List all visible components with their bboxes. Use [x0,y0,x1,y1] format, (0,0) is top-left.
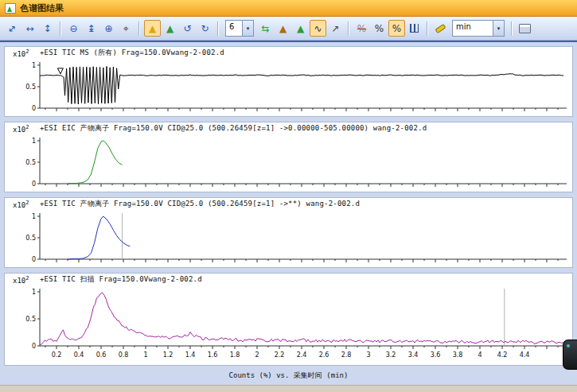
x-tick-label: 1.2 [163,351,173,359]
signal-trace-icon[interactable]: ∿ [310,20,326,37]
overlay-widget[interactable] [563,340,577,370]
chromatogram-panel-2: x102+ESI EIC 产物离子 Frag=150.0V CID@25.0 (… [4,122,573,192]
x-tick-label: 0.6 [96,351,107,359]
x-tick-label: 3.4 [408,351,419,359]
baseline-icon[interactable]: ▲ [292,20,309,37]
x-tick-label: 3.6 [431,351,441,359]
toolbar-separator [511,21,513,36]
zoom-out-icon[interactable]: ⊖ [65,20,82,37]
trace-start-marker [57,68,63,74]
y-tick-label: 1 [32,289,36,296]
x-tick-label: 2.4 [297,351,307,359]
signal-bars-icon[interactable] [406,20,423,37]
show-eic-icon[interactable]: ▲ [162,20,178,37]
x-tick-label: 2.8 [341,351,352,359]
bottom-strip [0,385,577,392]
y-tick-label: 0.5 [25,159,36,166]
chromatogram-panel-4: x102+ESI TIC 扫描 Frag=150.0Vwang-2-002.d1… [4,273,573,366]
x-tick-label: 0.2 [52,351,62,359]
x-tick-label: 4.4 [520,351,530,359]
y-tick-label: 1 [32,138,36,145]
y-tick-label: 1 [32,213,36,220]
y-scale-label: x102 [13,200,40,209]
percent-off-icon[interactable]: % [353,20,370,37]
x-tick-label: 0.8 [119,351,129,359]
trace [40,293,563,345]
plots-area: x102+ESI TIC MS (所有) Frag=150.0Vwang-2-0… [0,41,577,386]
y-scale-label: x102 [13,275,40,285]
chromatogram-results-window: 色谱图结果 ↔↔↕⊖↨⊕⌖▲▲↺↻6▾⇆▲▲∿↗%%%min▾ x102+ESI… [0,0,577,392]
y-scale-label: x102 [13,49,40,58]
chevron-down-icon[interactable]: ▾ [493,21,504,36]
y-tick-label: 0 [32,256,36,263]
y-tick-label: 0 [32,180,36,188]
x-tick-label: 1.6 [208,351,218,359]
toolbar-separator [217,21,219,36]
redo-icon[interactable]: ↻ [197,20,213,37]
y-tick-label: 0 [32,343,36,350]
y-scale-label: x102 [13,124,40,134]
print-icon[interactable] [517,20,533,37]
panel-title: 色谱图结果 [20,2,64,14]
percent-icon[interactable]: % [371,20,388,37]
trace-label: +ESI EIC 产物离子 Frag=150.0V CID@25.0 (500.… [40,123,427,134]
fit-both-icon[interactable]: ↔ [4,20,21,37]
trace-label: +ESI TIC MS (所有) Frag=150.0Vwang-2-002.d [40,48,224,58]
trace [68,141,123,184]
x-tick-label: 4.2 [497,351,508,359]
dropdown-value: 6 [226,21,242,36]
x-tick-label: 1 [143,351,147,359]
toolbar-separator [348,21,349,36]
y-tick-label: 1 [32,62,36,69]
trace-label: +ESI TIC 扫描 Frag=150.0Vwang-2-002.d [40,274,202,285]
peak-arrow-icon[interactable]: ↗ [327,20,344,37]
chromatogram-plot[interactable]: 10.500.20.40.60.811.21.41.61.822.22.42.6… [5,285,571,365]
toolbar-separator [427,21,428,36]
y-tick-label: 0.5 [25,235,36,242]
highlighter-icon[interactable] [432,20,449,37]
chevron-down-icon[interactable]: ▾ [242,21,253,36]
x-tick-label: 3 [366,351,370,359]
fit-x-icon[interactable]: ↔ [21,20,38,37]
toolbar-separator [60,21,61,36]
chromatogram-icon [5,3,16,14]
chromatogram-plot[interactable]: 10.50 [5,59,571,116]
x-tick-label: 2.2 [275,351,285,359]
toolbar-separator [138,21,140,36]
autoscale-y-icon[interactable]: ↨ [83,20,99,37]
x-axis-title: Counts (%) vs. 采集时间 (min) [4,371,573,381]
x-tick-label: 2.6 [319,351,329,359]
dropdown-value: min [453,21,493,36]
y-tick-label: 0 [32,105,36,112]
trace [40,67,563,104]
x-tick-label: 4 [478,351,481,359]
chromatogram-panel-1: x102+ESI TIC MS (所有) Frag=150.0Vwang-2-0… [4,46,573,117]
x-tick-label: 3.8 [453,351,463,359]
trace-label: +ESI TIC 产物离子 Frag=150.0V CID@25.0 (500.… [40,199,360,209]
fit-y-icon[interactable]: ↕ [39,20,56,37]
x-tick-label: 2 [255,351,259,359]
chromatogram-plot[interactable]: 10.50 [5,134,571,192]
show-tic-icon[interactable]: ▲ [144,20,161,37]
chromatogram-plot[interactable]: 10.50 [5,210,571,267]
y-tick-label: 0.5 [25,316,36,323]
percent-max-icon[interactable]: % [388,20,405,37]
x-tick-label: 0.4 [74,351,84,359]
compare-icon[interactable]: ⇆ [257,20,274,37]
y-tick-label: 0.5 [25,83,36,91]
panel-titlebar: 色谱图结果 [0,0,577,17]
smoothing-dropdown[interactable]: 6▾ [225,20,254,37]
crosshair-icon[interactable]: ⌖ [118,20,135,37]
chromatogram-panel-3: x102+ESI TIC 产物离子 Frag=150.0V CID@25.0 (… [4,197,573,268]
chromatogram-toolbar: ↔↔↕⊖↨⊕⌖▲▲↺↻6▾⇆▲▲∿↗%%%min▾ [0,17,577,41]
undo-icon[interactable]: ↺ [179,20,196,37]
x-axis-unit-dropdown[interactable]: min▾ [452,20,505,37]
integrate-icon[interactable]: ▲ [275,20,291,37]
x-tick-label: 1.8 [230,351,240,359]
trace [68,216,130,259]
x-tick-label: 1.4 [185,351,196,359]
zoom-in-icon[interactable]: ⊕ [100,20,117,37]
x-tick-label: 3.2 [386,351,396,359]
